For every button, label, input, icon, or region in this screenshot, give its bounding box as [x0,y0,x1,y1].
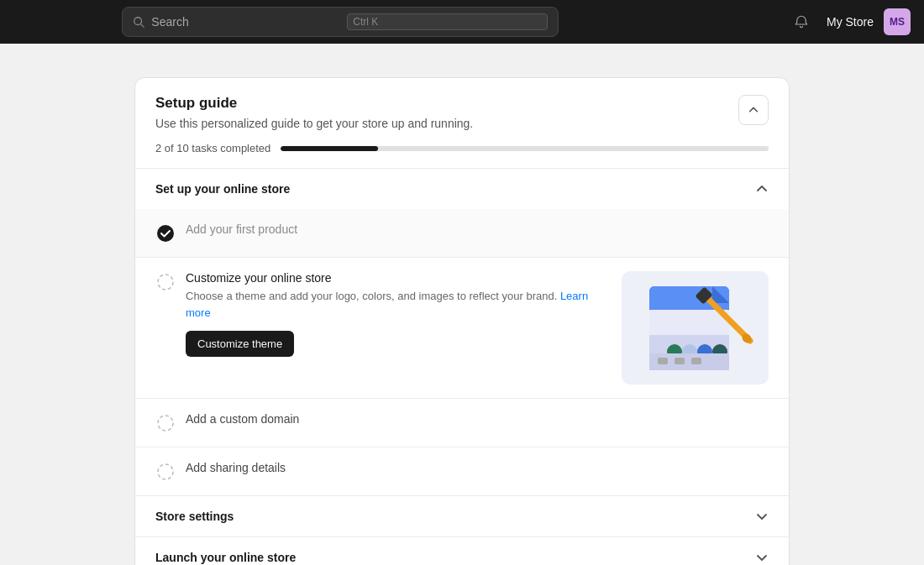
svg-line-1 [141,24,144,28]
svg-point-2 [157,225,174,242]
top-navigation: Search Ctrl K My Store MS [0,0,924,44]
section-launch-store: Launch your online store [135,537,789,565]
progress-bar-fill [281,146,378,151]
task-customize-text: Customize your online store Choose a the… [186,271,605,357]
task-first-product: Add your first product [135,209,789,258]
svg-rect-17 [675,358,685,364]
task-completed-icon [155,223,176,243]
progress-text: 2 of 10 tasks completed [155,142,270,154]
task-custom-domain-title: Add a custom domain [186,412,769,426]
setup-header: Setup guide Use this personalized guide … [135,78,789,169]
search-placeholder: Search [151,15,340,29]
collapse-setup-button[interactable] [738,95,769,125]
store-name: My Store [827,15,874,29]
task-pending-icon-2 [155,413,176,433]
task-custom-domain: Add a custom domain [135,399,789,447]
section-store-settings: Store settings [135,496,789,537]
chevron-up-icon [748,104,759,116]
bell-icon [794,14,809,29]
task-sharing-content: Add sharing details [186,461,769,478]
section-launch-store-title: Launch your online store [155,551,296,564]
svg-rect-18 [691,358,701,364]
section-store-settings-header[interactable]: Store settings [135,496,789,536]
task-sharing-title: Add sharing details [186,461,769,474]
section-store-settings-title: Store settings [155,510,234,523]
section-online-store-header[interactable]: Set up your online store [135,169,789,209]
task-customize-title: Customize your online store [186,271,605,285]
section-online-store-title: Set up your online store [155,182,290,196]
task-custom-domain-content: Add a custom domain [186,412,769,429]
svg-point-19 [158,416,173,431]
task-first-product-title: Add your first product [186,222,769,236]
svg-point-3 [158,275,173,290]
progress-section: 2 of 10 tasks completed [155,142,769,154]
chevron-down-icon-launch [755,551,769,564]
customize-theme-button[interactable]: Customize theme [186,331,294,357]
progress-bar-track [281,146,769,151]
svg-rect-16 [658,358,668,364]
setup-card: Setup guide Use this personalized guide … [134,77,790,565]
notification-button[interactable] [786,7,816,37]
chevron-up-icon [755,182,769,196]
task-sharing-details: Add sharing details [135,447,789,495]
customize-illustration [622,271,769,385]
search-bar[interactable]: Search Ctrl K [122,7,559,37]
section-launch-store-header[interactable]: Launch your online store [135,537,789,565]
task-first-product-content: Add your first product [186,222,769,239]
svg-point-20 [158,464,173,479]
section-online-store: Set up your online store Add your first … [135,169,789,496]
avatar[interactable]: MS [884,8,911,35]
search-icon [133,16,144,28]
search-shortcut: Ctrl K [347,13,548,30]
task-pending-icon [155,272,176,292]
learn-more-link[interactable]: Learn more [186,290,588,319]
task-customize-store: Customize your online store Choose a the… [135,258,789,399]
setup-subtitle: Use this personalized guide to get your … [155,117,473,130]
nav-right: My Store MS [786,7,911,37]
setup-title: Setup guide [155,95,473,112]
main-content: Setup guide Use this personalized guide … [0,44,924,565]
chevron-down-icon-settings [755,510,769,523]
task-pending-icon-3 [155,462,176,482]
task-customize-main: Customize your online store Choose a the… [186,271,769,385]
task-customize-desc: Choose a theme and add your logo, colors… [186,288,605,321]
